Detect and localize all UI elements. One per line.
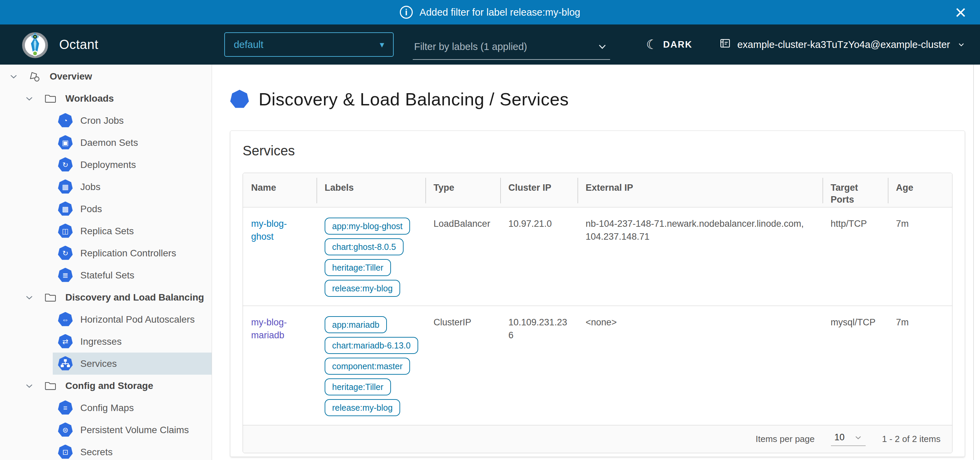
chevron-down-icon[interactable] <box>8 70 20 82</box>
replication-controllers-icon: ↻ <box>58 246 73 261</box>
labels-cell: app:mariadbchart:mariadb-6.13.0component… <box>317 306 425 425</box>
sidebar-item-cron-jobs[interactable]: ◔ Cron Jobs <box>0 109 212 132</box>
services-table: NameLabelsTypeCluster IPExternal IPTarge… <box>243 173 953 453</box>
label-badge[interactable]: heritage:Tiller <box>325 378 391 395</box>
main-content: Discovery & Load Balancing / Services Se… <box>212 65 980 460</box>
column-header-external-ip: External IP <box>578 173 822 207</box>
sidebar-item-services[interactable]: Services <box>0 352 212 375</box>
label-badge[interactable]: release:my-blog <box>325 280 400 297</box>
sidebar-item-label: Persistent Volume Claims <box>80 425 189 435</box>
notification-bar: i Added filter for label release:my-blog… <box>0 0 980 24</box>
dropdown-caret-icon: ▾ <box>380 40 384 50</box>
label-filter-dropdown[interactable]: Filter by labels (1 applied) <box>413 34 610 60</box>
age-cell: 7m <box>888 208 952 306</box>
jobs-icon: ▦ <box>58 179 73 195</box>
close-icon[interactable]: × <box>955 2 966 22</box>
sidebar-item-label: Overview <box>50 72 92 81</box>
type-cell: ClusterIP <box>425 306 500 425</box>
secrets-icon: ⊡ <box>58 445 73 460</box>
card-title: Services <box>243 143 953 159</box>
app-header: Octant default ▾ Filter by labels (1 app… <box>0 24 980 65</box>
scrollbar-track[interactable] <box>973 65 974 460</box>
table-body: my-blog-ghost app:my-blog-ghostchart:gho… <box>243 207 952 425</box>
name-cell: my-blog-ghost <box>243 208 317 306</box>
dark-theme-toggle[interactable]: ☾ DARK <box>646 38 692 51</box>
label-filter-text: Filter by labels (1 applied) <box>414 41 527 52</box>
sidebar-nav: Overview Workloads ◔ Cron Jobs ▣ Daemon … <box>0 65 212 460</box>
items-per-page-select[interactable]: 10 <box>831 432 865 446</box>
cluster-context-switcher[interactable]: example-cluster-ka3TuTzYo4a@example-clus… <box>719 37 965 52</box>
sidebar-item-secrets[interactable]: ⊡ Secrets <box>0 441 212 460</box>
sidebar-item-workloads[interactable]: Workloads <box>0 87 212 109</box>
page-title: Discovery & Load Balancing / Services <box>259 89 569 109</box>
chevron-down-icon[interactable] <box>23 92 35 105</box>
folder-icon <box>43 378 58 393</box>
sidebar-item-jobs[interactable]: ▦ Jobs <box>0 176 212 198</box>
overview-icon <box>27 69 42 84</box>
column-header-cluster-ip: Cluster IP <box>500 173 578 207</box>
sidebar-item-label: Jobs <box>80 182 100 192</box>
pagination-range: 1 - 2 of 2 items <box>882 434 940 444</box>
label-badge[interactable]: app:my-blog-ghost <box>325 217 410 235</box>
table-header-row: NameLabelsTypeCluster IPExternal IPTarge… <box>243 173 952 207</box>
sidebar-item-label: Deployments <box>80 160 136 170</box>
sidebar-item-daemon-sets[interactable]: ▣ Daemon Sets <box>0 132 212 154</box>
type-cell: LoadBalancer <box>425 208 500 306</box>
sidebar-item-label: Replication Controllers <box>80 249 176 258</box>
label-badge[interactable]: chart:ghost-8.0.5 <box>325 238 404 255</box>
table-footer: Items per page 10 1 - 2 of 2 items <box>243 425 952 453</box>
sidebar-item-label: Config Maps <box>80 403 134 413</box>
sidebar-item-config-maps[interactable]: ≡ Config Maps <box>0 397 212 419</box>
octant-logo-icon <box>21 30 50 59</box>
namespace-select[interactable]: default ▾ <box>224 32 394 57</box>
label-badge[interactable]: component:master <box>325 358 410 375</box>
sidebar-item-config-and-storage[interactable]: Config and Storage <box>0 375 212 397</box>
service-link[interactable]: my-blog-mariadb <box>251 317 287 340</box>
sidebar-item-stateful-sets[interactable]: ≣ Stateful Sets <box>0 264 212 286</box>
label-badge[interactable]: app:mariadb <box>325 316 387 333</box>
horizontal-pod-autoscalers-icon: ⇔ <box>58 312 73 327</box>
replica-sets-icon: ◫ <box>58 224 73 239</box>
services-icon <box>230 90 249 109</box>
brand: Octant <box>21 30 98 59</box>
label-badge[interactable]: chart:mariadb-6.13.0 <box>325 337 418 354</box>
label-badge[interactable]: heritage:Tiller <box>325 259 391 276</box>
app-title: Octant <box>59 37 98 52</box>
sidebar-item-label: Config and Storage <box>65 381 153 391</box>
sidebar-item-pods[interactable]: ▩ Pods <box>0 198 212 220</box>
chevron-down-icon <box>854 433 862 442</box>
folder-icon <box>43 91 58 106</box>
header-right: ☾ DARK example-cluster-ka3TuTzYo4a@examp… <box>646 37 965 52</box>
column-header-age: Age <box>888 173 952 207</box>
daemon-sets-icon: ▣ <box>58 135 73 150</box>
sidebar-item-deployments[interactable]: ↻ Deployments <box>0 154 212 176</box>
sidebar-item-ingresses[interactable]: ⇄ Ingresses <box>0 330 212 352</box>
chevron-down-icon[interactable] <box>23 380 35 392</box>
persistent-volume-claims-icon: ⊜ <box>58 423 73 438</box>
sidebar-item-label: Ingresses <box>80 337 121 346</box>
label-badge[interactable]: release:my-blog <box>325 399 400 416</box>
name-cell: my-blog-mariadb <box>243 306 317 425</box>
chevron-down-icon <box>597 41 608 52</box>
sidebar-item-label: Secrets <box>80 447 113 457</box>
theme-label: DARK <box>663 40 692 50</box>
cluster-icon <box>719 37 731 52</box>
service-link[interactable]: my-blog-ghost <box>251 219 287 242</box>
column-header-target-ports: Target Ports <box>822 173 888 207</box>
chevron-down-icon[interactable] <box>23 291 35 304</box>
cluster-context-label: example-cluster-ka3TuTzYo4a@example-clus… <box>737 39 950 50</box>
external-ip-cell: <none> <box>578 306 822 425</box>
config-maps-icon: ≡ <box>58 400 73 416</box>
stateful-sets-icon: ≣ <box>58 268 73 283</box>
target-ports-cell: mysql/TCP <box>822 306 888 425</box>
sidebar-item-replication-controllers[interactable]: ↻ Replication Controllers <box>0 242 212 264</box>
deployments-icon: ↻ <box>58 157 73 172</box>
sidebar-item-persistent-volume-claims[interactable]: ⊜ Persistent Volume Claims <box>0 419 212 441</box>
chevron-down-icon <box>958 41 965 48</box>
sidebar-item-overview[interactable]: Overview <box>0 65 212 87</box>
sidebar-item-label: Pods <box>80 204 102 214</box>
sidebar-item-horizontal-pod-autoscalers[interactable]: ⇔ Horizontal Pod Autoscalers <box>0 308 212 330</box>
sidebar-item-replica-sets[interactable]: ◫ Replica Sets <box>0 220 212 242</box>
sidebar-item-label: Services <box>80 359 117 368</box>
sidebar-item-discovery-and-load-balancing[interactable]: Discovery and Load Balancing <box>0 286 212 308</box>
